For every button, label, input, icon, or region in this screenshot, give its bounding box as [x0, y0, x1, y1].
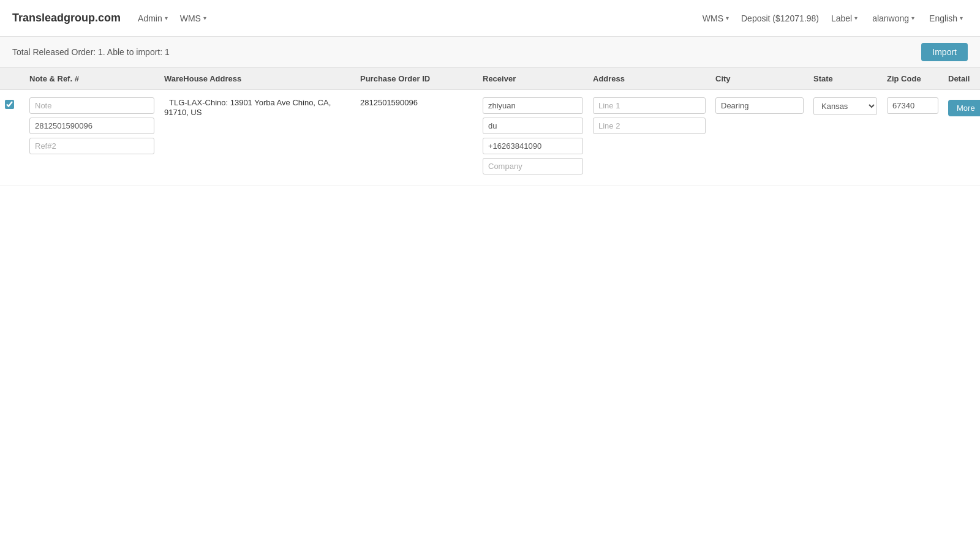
label-label: Label [831, 13, 852, 23]
th-note-ref: Note & Ref. # [24, 74, 159, 83]
wms-right-label: WMS [703, 13, 723, 23]
brand: Transleadgroup.com [12, 12, 121, 24]
zip-cell [882, 95, 943, 120]
user-menu[interactable]: alanwong ▾ [867, 10, 919, 27]
wms-left-label: WMS [180, 13, 201, 23]
warehouse-cell: TLG-LAX-Chino: 13901 Yorba Ave Chino, CA… [159, 95, 355, 119]
wms-right-caret: ▾ [726, 15, 729, 21]
receiver-name-input[interactable] [483, 97, 583, 114]
th-receiver: Receiver [478, 74, 588, 83]
th-state: State [809, 74, 882, 83]
table-header: Note & Ref. # WareHouse Address Purchase… [0, 68, 980, 90]
alert-bar: Total Released Order: 1. Able to import:… [0, 37, 980, 68]
zip-input[interactable] [887, 97, 938, 114]
table-row: TLG-LAX-Chino: 13901 Yorba Ave Chino, CA… [0, 90, 980, 186]
admin-menu[interactable]: Admin ▾ [133, 10, 173, 27]
row-checkbox[interactable] [5, 100, 14, 109]
th-zip: Zip Code [882, 74, 943, 83]
city-cell [710, 95, 809, 120]
th-check [0, 74, 24, 83]
state-select[interactable]: Kansas Alabama Alaska Arizona Arkansas C… [813, 97, 877, 115]
th-address: Address [588, 74, 710, 83]
more-button[interactable]: More [948, 100, 980, 116]
wms-left-caret: ▾ [203, 15, 206, 21]
language-menu[interactable]: English ▾ [924, 10, 968, 27]
alert-text: Total Released Order: 1. Able to import:… [12, 47, 170, 57]
note-input[interactable] [29, 97, 154, 114]
th-detail: Detail [943, 74, 980, 83]
deposit-text: Deposit ($12071.98) [739, 13, 821, 23]
navbar: Transleadgroup.com Admin ▾ WMS ▾ WMS ▾ D… [0, 0, 980, 37]
table-container: Note & Ref. # WareHouse Address Purchase… [0, 68, 980, 186]
row-checkbox-cell [0, 95, 24, 114]
user-label: alanwong [872, 13, 909, 23]
address-cell [588, 95, 710, 140]
city-input[interactable] [715, 97, 804, 114]
wms-menu-left[interactable]: WMS ▾ [175, 10, 211, 27]
th-po-id: Purchase Order ID [355, 74, 478, 83]
po-text: 2812501590096 [360, 93, 418, 112]
po-cell: 2812501590096 [355, 95, 478, 110]
admin-label: Admin [138, 13, 162, 23]
receiver-last-input[interactable] [483, 118, 583, 134]
address-line2-input[interactable] [593, 118, 706, 134]
address-line1-input[interactable] [593, 97, 706, 114]
label-caret: ▾ [854, 15, 858, 21]
ref2-input[interactable] [29, 138, 154, 154]
wms-menu-right[interactable]: WMS ▾ [698, 10, 734, 27]
language-caret: ▾ [960, 15, 963, 21]
th-city: City [710, 74, 809, 83]
receiver-phone-input[interactable] [483, 138, 583, 154]
state-cell: Kansas Alabama Alaska Arizona Arkansas C… [809, 95, 882, 121]
ref-input[interactable] [29, 118, 154, 134]
language-label: English [929, 13, 957, 23]
receiver-cell [478, 95, 588, 181]
warehouse-text: TLG-LAX-Chino: 13901 Yorba Ave Chino, CA… [164, 93, 331, 122]
note-ref-cell [24, 95, 159, 160]
user-caret: ▾ [911, 15, 914, 21]
admin-caret: ▾ [165, 15, 168, 21]
th-warehouse: WareHouse Address [159, 74, 355, 83]
detail-cell: More [943, 95, 980, 119]
label-menu[interactable]: Label ▾ [826, 10, 862, 27]
import-button[interactable]: Import [921, 43, 968, 61]
navbar-left: Admin ▾ WMS ▾ [133, 10, 211, 27]
navbar-right: WMS ▾ Deposit ($12071.98) Label ▾ alanwo… [698, 10, 968, 27]
receiver-company-input[interactable] [483, 158, 583, 174]
